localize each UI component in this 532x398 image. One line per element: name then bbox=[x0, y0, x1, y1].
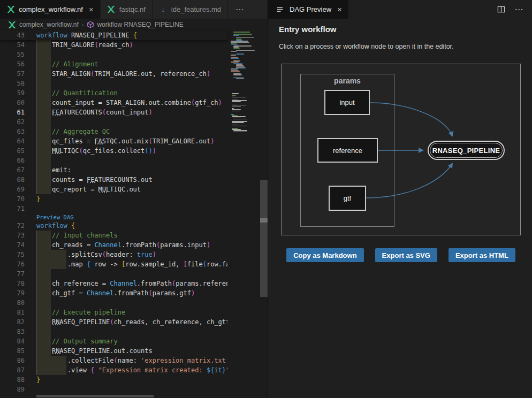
code-line[interactable]: 75 .splitCsv(header: true) bbox=[0, 250, 227, 259]
code-line[interactable]: 72workflow { bbox=[0, 221, 227, 231]
panel-tab-label: DAG Preview bbox=[290, 5, 331, 13]
tab-dag-preview[interactable]: DAG Preview × bbox=[268, 0, 348, 19]
code-token: ) bbox=[191, 289, 195, 297]
export-as-svg-button[interactable]: Export as SVG bbox=[375, 248, 437, 262]
code-line[interactable]: 59 // Quantification bbox=[0, 88, 227, 98]
horizontal-scrollbar-thumb[interactable] bbox=[36, 395, 154, 397]
code-token: ( bbox=[149, 289, 153, 297]
tab-close-icon[interactable]: × bbox=[89, 5, 94, 13]
code-line[interactable]: 58 bbox=[0, 79, 227, 88]
code-text: } bbox=[36, 375, 40, 385]
code-text: .splitCsv(header: true) bbox=[36, 250, 156, 259]
code-token: ) bbox=[207, 241, 210, 249]
more-actions-icon[interactable]: ⋯ bbox=[514, 4, 525, 15]
code-line[interactable]: 81 // Execute pipeline bbox=[0, 308, 227, 317]
code-token: params.referen bbox=[176, 280, 227, 287]
code-line[interactable]: 61 FEATURECOUNTS(count_input) bbox=[0, 108, 227, 117]
minimap-line bbox=[232, 101, 240, 102]
editor-tab[interactable]: ↓ide_features.md bbox=[153, 0, 228, 19]
vertical-scrollbar-thumb[interactable] bbox=[260, 180, 268, 297]
code-token: FASTQC bbox=[94, 137, 117, 145]
code-line[interactable]: 84 // Output summary bbox=[0, 336, 227, 346]
code-line[interactable]: 54 TRIM_GALORE(reads_ch) bbox=[0, 40, 227, 50]
node-rnaseq-pipeline[interactable]: RNASEQ_PIPELINE bbox=[428, 141, 505, 160]
code-text: emit: bbox=[36, 165, 71, 175]
code-line[interactable]: 68 counts = FEATURECOUNTS.out bbox=[0, 175, 227, 185]
line-number: 78 bbox=[0, 279, 25, 288]
code-line[interactable]: 60 count_input = STAR_ALIGN.out.combine(… bbox=[0, 98, 227, 108]
line-number: 88 bbox=[0, 375, 25, 385]
code-line[interactable]: 69 qc_report = MULTIQC.out bbox=[0, 185, 227, 194]
node-input[interactable]: input bbox=[324, 90, 370, 115]
code-line[interactable]: 79 ch_gtf = Channel.fromPath(params.gtf) bbox=[0, 288, 227, 298]
code-token: FEATURECOUNTS bbox=[87, 176, 137, 183]
node-reference[interactable]: reference bbox=[317, 138, 378, 163]
code-text: // Execute pipeline bbox=[36, 308, 125, 317]
tab-overflow-icon[interactable]: ⋯ bbox=[228, 0, 252, 19]
code-token: [ bbox=[184, 261, 187, 268]
code-token: " bbox=[226, 366, 227, 374]
breadcrumb: complex_workflow.nf › workflow RNASEQ_PI… bbox=[0, 19, 268, 30]
line-number: 70 bbox=[0, 194, 25, 204]
code-line[interactable]: 74 ch_reads = Channel.fromPath(params.in… bbox=[0, 240, 227, 250]
panel-header: DAG Preview × ⋯ bbox=[268, 0, 532, 19]
code-token: Channel bbox=[110, 280, 137, 287]
vertical-scrollbar[interactable] bbox=[260, 30, 268, 398]
editor-tab[interactable]: complex_workflow.nf× bbox=[0, 0, 101, 19]
code-line[interactable]: 87 .view { "Expression matrix created: $… bbox=[0, 365, 227, 375]
code-token: .out bbox=[137, 176, 153, 183]
editor-tab[interactable]: fastqc.nf bbox=[101, 0, 153, 19]
code-line[interactable]: 66 bbox=[0, 156, 227, 165]
code-line[interactable]: 55 bbox=[0, 50, 227, 59]
code-line[interactable]: 56 // Alignment bbox=[0, 59, 227, 69]
minimap-line bbox=[233, 34, 252, 35]
line-number: 64 bbox=[0, 136, 25, 146]
minimap-line bbox=[236, 78, 244, 79]
code-text: .map { row -> [row.sample_id, [file(row.… bbox=[36, 259, 227, 269]
code-line[interactable]: 67 emit: bbox=[0, 165, 227, 175]
code-editor[interactable]: 43workflow RNASEQ_PIPELINE { 54 TRIM_GAL… bbox=[0, 30, 268, 398]
code-token: // Input channels bbox=[36, 232, 118, 239]
code-line[interactable]: 71 bbox=[0, 204, 227, 213]
code-line[interactable]: 63 // Aggregate QC bbox=[0, 127, 227, 136]
code-line[interactable]: 82 RNASEQ_PIPELINE(ch_reads, ch_referenc… bbox=[0, 317, 227, 327]
sticky-line[interactable]: 43workflow RNASEQ_PIPELINE { bbox=[0, 30, 227, 40]
code-token: // Aggregate QC bbox=[36, 128, 110, 135]
code-line[interactable]: 88} bbox=[0, 375, 227, 385]
code-line[interactable]: 89 bbox=[0, 385, 227, 394]
code-text: TRIM_GALORE(reads_ch) bbox=[36, 40, 133, 50]
code-line[interactable]: 57 STAR_ALIGN(TRIM_GALORE.out, reference… bbox=[0, 69, 227, 79]
sticky-scroll-line[interactable]: 43workflow RNASEQ_PIPELINE { bbox=[0, 30, 227, 40]
minimap-line bbox=[236, 50, 255, 51]
code-line[interactable]: 85 RNASEQ_PIPELINE.out.counts bbox=[0, 346, 227, 356]
node-gtf[interactable]: gtf bbox=[329, 186, 366, 211]
code-line[interactable]: 62 bbox=[0, 117, 227, 127]
split-editor-icon[interactable] bbox=[496, 4, 506, 15]
code-line[interactable]: 64 qc_files = FASTQC.out.mix(TRIM_GALORE… bbox=[0, 136, 227, 146]
horizontal-scrollbar[interactable] bbox=[0, 395, 227, 398]
breadcrumb-file[interactable]: complex_workflow.nf bbox=[19, 21, 79, 28]
copy-as-markdown-button[interactable]: Copy as Markdown bbox=[286, 248, 363, 262]
minimap-line bbox=[233, 132, 247, 133]
code-line[interactable]: 78 ch_reference = Channel.fromPath(param… bbox=[0, 279, 227, 288]
code-line[interactable]: 80 bbox=[0, 298, 227, 308]
code-line[interactable]: 77 bbox=[0, 269, 227, 279]
code-line[interactable]: 65 MULTIQC(qc_files.collect()) bbox=[0, 146, 227, 156]
minimap[interactable] bbox=[229, 30, 260, 398]
code-line[interactable]: 76 .map { row -> [row.sample_id, [file(r… bbox=[0, 259, 227, 269]
export-as-html-button[interactable]: Export as HTML bbox=[449, 248, 515, 262]
code-text: ch_reads = Channel.fromPath(params.input… bbox=[36, 240, 210, 250]
code-line[interactable]: 73 // Input channels bbox=[0, 231, 227, 240]
code-line[interactable]: 86 .collectFile(name: 'expression_matrix… bbox=[0, 356, 227, 365]
codelens-preview-dag-link[interactable]: Preview DAG bbox=[36, 213, 74, 221]
code-lines[interactable]: 54 TRIM_GALORE(reads_ch)5556 // Alignmen… bbox=[0, 40, 227, 395]
panel-tab-close-icon[interactable]: × bbox=[337, 5, 342, 14]
minimap-line bbox=[233, 48, 240, 49]
line-number: 56 bbox=[0, 59, 25, 69]
breadcrumb-symbol[interactable]: workflow RNASEQ_PIPELINE bbox=[87, 21, 183, 28]
code-token: // Alignment bbox=[36, 60, 98, 68]
code-token: ( bbox=[145, 147, 148, 155]
code-line[interactable]: 83 bbox=[0, 327, 227, 336]
code-token: params.input bbox=[160, 241, 207, 249]
code-line[interactable]: 70} bbox=[0, 194, 227, 204]
